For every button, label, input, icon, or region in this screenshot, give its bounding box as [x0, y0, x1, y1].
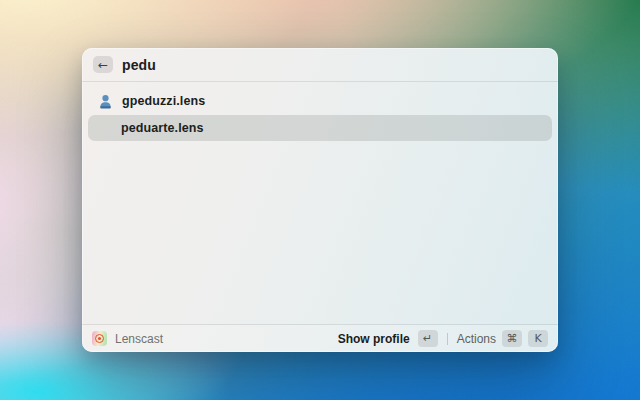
- person-avatar-icon: [98, 94, 112, 109]
- results-list: gpeduzzi.lens peduarte.lens: [82, 82, 558, 141]
- arrow-left-icon: ←: [98, 59, 108, 71]
- lenscast-logo-icon: [92, 331, 107, 346]
- logo-ring: [95, 334, 104, 343]
- cmd-key-icon: ⌘: [502, 330, 522, 347]
- photo-avatar-icon: [98, 121, 111, 136]
- footer-bar: Lenscast Show profile ↵ Actions ⌘ K: [82, 325, 558, 352]
- search-bar: ← pedu: [82, 48, 558, 81]
- logo-dot: [98, 337, 101, 340]
- return-key-icon: ↵: [418, 330, 438, 347]
- k-key-icon: K: [528, 330, 548, 347]
- desktop-background: { "window": { "search": { "value": "pedu…: [0, 0, 640, 400]
- list-item-gpeduzzi[interactable]: gpeduzzi.lens: [88, 88, 552, 114]
- result-label: gpeduzzi.lens: [122, 94, 205, 108]
- empty-results-area: [82, 141, 558, 324]
- list-item-peduarte[interactable]: peduarte.lens: [88, 115, 552, 141]
- app-name: Lenscast: [115, 332, 163, 346]
- footer-actions: Show profile ↵ Actions ⌘ K: [338, 330, 548, 347]
- back-button[interactable]: ←: [93, 56, 113, 73]
- result-label: peduarte.lens: [121, 121, 204, 135]
- footer-separator: [447, 333, 448, 345]
- actions-button[interactable]: Actions: [457, 332, 496, 346]
- primary-action-label[interactable]: Show profile: [338, 332, 410, 346]
- command-palette-window: ← pedu gpeduzzi.lens peduarte.lens Le: [82, 48, 558, 352]
- search-input[interactable]: pedu: [122, 57, 156, 73]
